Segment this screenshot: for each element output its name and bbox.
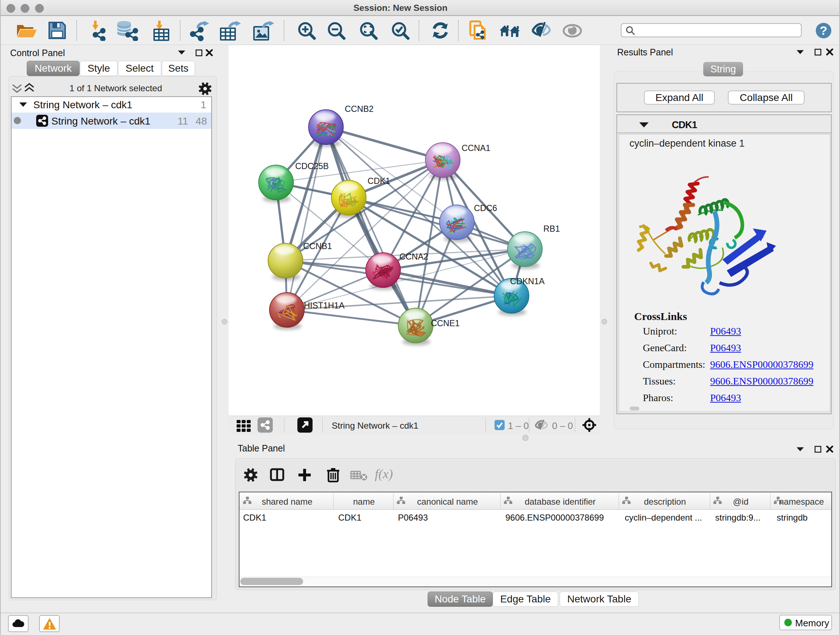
svg-text:CDKN1A: CDKN1A bbox=[510, 277, 545, 286]
svg-text:CCNB1: CCNB1 bbox=[303, 241, 332, 251]
svg-text:CCNA1: CCNA1 bbox=[462, 143, 491, 153]
svg-text:CDC6: CDC6 bbox=[474, 203, 497, 213]
svg-text:RB1: RB1 bbox=[543, 224, 560, 233]
svg-text:CCNB2: CCNB2 bbox=[345, 104, 374, 114]
svg-text:CCNE1: CCNE1 bbox=[431, 318, 460, 328]
svg-text:CDK1: CDK1 bbox=[368, 176, 390, 186]
svg-text:CDC25B: CDC25B bbox=[295, 162, 329, 171]
svg-text:HIST1H1A: HIST1H1A bbox=[304, 301, 345, 310]
svg-text:CCNA2: CCNA2 bbox=[399, 252, 428, 261]
